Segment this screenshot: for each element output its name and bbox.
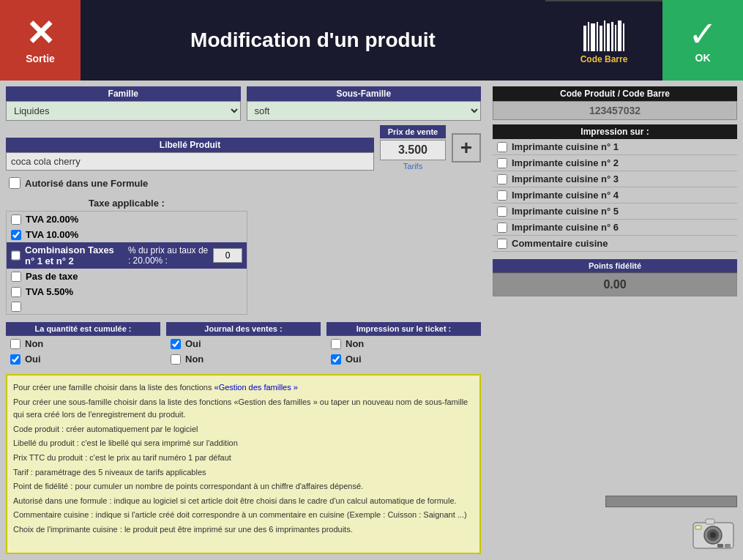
barcode-area[interactable]: Code Barre (545, 0, 662, 81)
libelle-block: Libellé Produit (6, 138, 374, 171)
impression-ticket-title: Impression sur le ticket : (326, 322, 481, 336)
points-value: 0.00 (493, 273, 737, 296)
svg-rect-4 (706, 519, 714, 524)
page-title: Modification d'un produit (190, 29, 436, 52)
sous-famille-block: Sous-Famille soft (247, 86, 482, 121)
tarifs-button[interactable]: Tarifs (403, 162, 422, 171)
impression-block: Impression sur : Imprimante cuisine n° 1… (493, 124, 737, 252)
pct-input[interactable] (213, 248, 242, 263)
imprimante5-label: Imprimante cuisine n° 5 (512, 206, 619, 217)
journal-non-checkbox[interactable] (171, 354, 181, 365)
imprimante3-checkbox[interactable] (497, 174, 507, 184)
imprimante4-checkbox[interactable] (497, 190, 507, 201)
points-block: Points fidélité 0.00 (493, 259, 737, 384)
tva5-checkbox[interactable] (11, 287, 21, 297)
info-line-2: Pour créer une sous-famille choisir dans… (13, 396, 474, 422)
tva10-checkbox[interactable] (11, 230, 21, 240)
prix-label: Prix de vente (380, 125, 446, 138)
quantite-non-label: Non (25, 338, 43, 349)
sous-famille-select[interactable]: soft (247, 101, 482, 121)
imprimante1-label: Imprimante cuisine n° 1 (512, 141, 619, 152)
camera-icon (690, 512, 737, 552)
impression-title: Impression sur : (493, 124, 737, 139)
journal-col: Journal des ventes : Oui Non (166, 322, 321, 367)
header: ✕ Sortie Modification d'un produit Code … (0, 0, 743, 81)
libelle-prix-row: Libellé Produit Prix de vente Tarifs + (6, 125, 481, 171)
main-content: Famille Liquides Sous-Famille soft Libel… (0, 81, 743, 560)
taxe-list: TVA 20.00% TVA 10.00% Combinaison Taxes … (6, 211, 247, 315)
pastaxe-checkbox[interactable] (11, 272, 21, 282)
info-line-7: Point de fidélité : pour cumuler un nomb… (13, 480, 474, 493)
pct-label: % du prix au taux de : 20.00% : (128, 245, 209, 266)
ticket-non-row: Non (326, 336, 481, 351)
barcode-icon (575, 18, 633, 54)
code-produit-block: Code Produit / Code Barre (493, 86, 737, 120)
combinaison-label: Combinaison Taxes n° 1 et n° 2 (25, 244, 118, 266)
libelle-input[interactable] (6, 152, 374, 171)
imprimante4-label: Imprimante cuisine n° 4 (512, 190, 619, 201)
combinaison-checkbox[interactable] (11, 250, 20, 261)
ok-label: OK (695, 52, 711, 64)
code-produit-input[interactable] (493, 101, 737, 120)
camera-area (493, 496, 737, 554)
taxe-section: Taxe applicable : TVA 20.00% TVA 10.00% … (6, 195, 481, 315)
info-line-5: Prix TTC du produit : c'est le prix au t… (13, 452, 474, 465)
taxe-item-tva20: TVA 20.00% (7, 212, 247, 227)
imprimante6-label: Imprimante cuisine n° 6 (512, 222, 619, 233)
svg-rect-5 (695, 526, 701, 529)
imprimante5-checkbox[interactable] (497, 206, 507, 217)
ok-button[interactable]: ✓ OK (662, 0, 743, 81)
prix-block: Prix de vente Tarifs (380, 125, 446, 171)
prix-input[interactable] (380, 140, 446, 160)
commentaire-label: Commentaire cuisine (512, 238, 608, 249)
journal-oui-checkbox[interactable] (171, 339, 181, 349)
ticket-non-checkbox[interactable] (331, 339, 341, 349)
info-line-8: Autorisé dans une formule : indique au l… (13, 495, 474, 508)
quantite-oui-checkbox[interactable] (10, 354, 20, 365)
info-line-3: Code produit : créer automatiquement par… (13, 423, 474, 436)
right-panel: Code Produit / Code Barre Impression sur… (487, 81, 743, 560)
imprimante6-checkbox[interactable] (497, 223, 507, 233)
quantite-col: La quantité est cumulée : Non Oui (6, 322, 160, 367)
info-line-10: Choix de l'imprimante cuisine : le produ… (13, 523, 474, 537)
quantite-oui-row: Oui (6, 351, 160, 367)
plus-button[interactable]: + (452, 133, 481, 163)
barcode-label: Code Barre (580, 54, 628, 64)
exit-label: Sortie (26, 53, 55, 64)
commentaire-checkbox[interactable] (497, 239, 507, 249)
header-title-area: Modification d'un produit (81, 0, 545, 81)
impression-item-3: Imprimante cuisine n° 3 (493, 171, 737, 187)
impression-ticket-col: Impression sur le ticket : Non Oui (326, 322, 481, 367)
imprimante2-checkbox[interactable] (497, 158, 507, 168)
autorise-label: Autorisé dans une Formule (25, 178, 148, 189)
journal-non-label: Non (185, 354, 204, 365)
ticket-oui-checkbox[interactable] (331, 354, 341, 365)
libelle-label: Libellé Produit (6, 138, 374, 152)
tva20-checkbox[interactable] (11, 214, 21, 225)
taxe-list-block: Taxe applicable : TVA 20.00% TVA 10.00% … (6, 195, 247, 315)
imprimante1-checkbox[interactable] (497, 142, 507, 152)
taxe-item-tva10: TVA 10.00% (7, 227, 247, 242)
left-panel: Famille Liquides Sous-Famille soft Libel… (0, 81, 487, 560)
camera-button[interactable] (690, 512, 737, 554)
famille-block: Famille Liquides (6, 86, 241, 121)
pastaxe-label: Pas de taxe (26, 271, 78, 282)
taxe-title: Taxe applicable : (6, 195, 247, 211)
taxe-item-empty (7, 299, 247, 314)
imprimante2-label: Imprimante cuisine n° 2 (512, 157, 619, 168)
svg-rect-6 (717, 544, 723, 548)
exit-button[interactable]: ✕ Sortie (0, 0, 81, 81)
quantite-non-checkbox[interactable] (10, 339, 20, 349)
code-produit-label: Code Produit / Code Barre (493, 86, 737, 101)
journal-title: Journal des ventes : (166, 322, 321, 336)
journal-oui-row: Oui (166, 336, 321, 351)
x-icon: ✕ (26, 16, 55, 51)
famille-row: Famille Liquides Sous-Famille soft (6, 86, 481, 121)
ticket-oui-label: Oui (346, 354, 362, 365)
quantite-oui-label: Oui (25, 354, 41, 365)
famille-select[interactable]: Liquides (6, 101, 241, 121)
svg-rect-7 (725, 544, 731, 548)
autorise-checkbox[interactable] (9, 177, 20, 189)
ticket-non-label: Non (346, 338, 364, 349)
empty-checkbox[interactable] (11, 302, 21, 312)
